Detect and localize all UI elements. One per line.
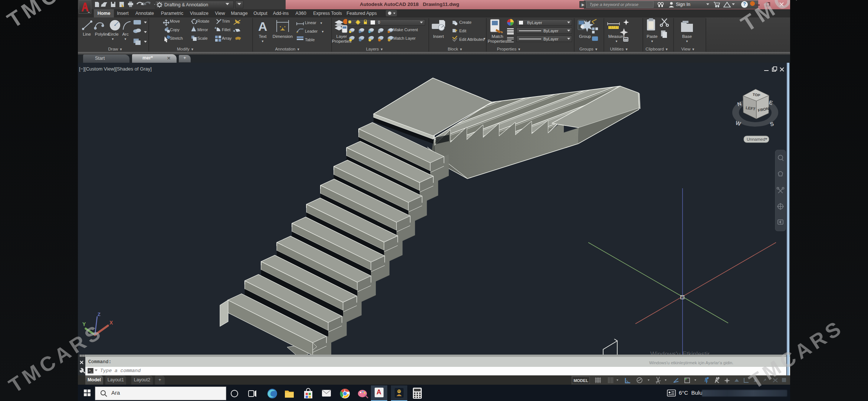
svg-text:Unnamed: Unnamed [747, 137, 765, 141]
svg-text:[−][Custom View][Shades of Gra: [−][Custom View][Shades of Gray] [79, 66, 152, 72]
svg-text:X: X [109, 320, 113, 326]
svg-text:0: 0 [378, 20, 380, 25]
svg-text:Z: Z [98, 312, 101, 317]
